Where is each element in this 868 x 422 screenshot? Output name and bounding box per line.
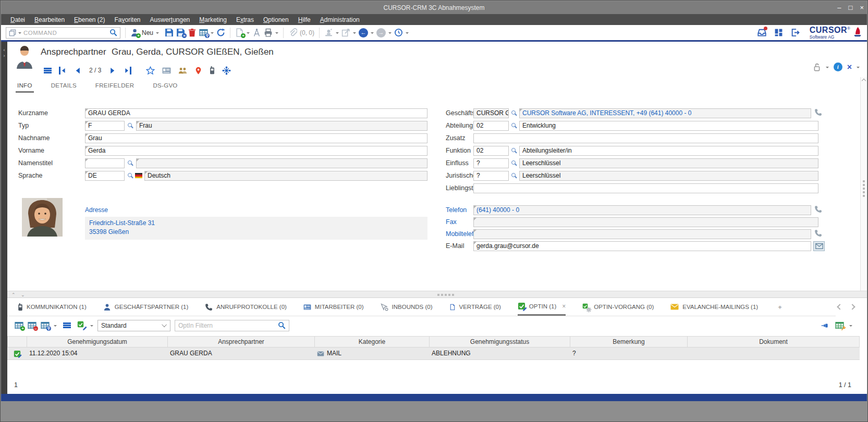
favorite-star-icon[interactable] [146,66,155,75]
filter-search-icon[interactable] [278,321,286,329]
einfluss-lookup-icon[interactable] [511,160,516,165]
tab-anrufprotokolle[interactable]: ANRUFPROTOKOLLE (0) [205,298,287,316]
print-icon[interactable] [264,28,273,37]
header-kategorie[interactable]: Kategorie [315,336,430,347]
email-field[interactable]: gerda.grau@cursor.de [473,241,811,251]
notifications-icon[interactable] [757,28,766,37]
search-rows-caret[interactable] [54,325,57,328]
tab-inbounds[interactable]: INBOUNDS (0) [381,298,433,316]
header-icon-col[interactable] [7,336,27,347]
attachment-icon[interactable] [288,28,297,37]
typ-text-field[interactable]: Frau [136,121,427,131]
sprache-code-field[interactable]: DE [85,171,125,181]
last-record-icon[interactable] [124,67,131,75]
tab-optin[interactable]: OPTIN (1)× [518,298,566,316]
search-rows-icon[interactable]: ⚲ [41,321,50,330]
tab-optin-vorgang[interactable]: OPTIN-VORGANG (0) [582,298,654,316]
header-bemerkung[interactable]: Bemerkung [570,336,688,347]
fax-field[interactable] [473,217,818,227]
sprache-text-field[interactable]: Deutsch [144,171,427,181]
menu-ebenen[interactable]: Ebenen (2) [70,15,109,24]
namenstitel-text-field[interactable] [136,158,427,168]
geschaeftspartner-link-field[interactable]: CURSOR Software AG, INTERESSENT, +49 (64… [519,108,811,118]
list-menu-icon[interactable] [63,322,71,328]
funktion-code-field[interactable]: 02 [473,146,509,156]
stamp-icon[interactable] [324,28,333,37]
funktion-lookup-icon[interactable] [511,148,516,152]
table-search-caret[interactable] [211,32,214,35]
einfluss-text-field[interactable]: Leerschlüssel [519,158,818,168]
nav-forward-icon[interactable]: → [376,28,386,38]
add-row-icon[interactable]: + [15,321,23,330]
tab-geschaeftspartner[interactable]: GESCHÄFTSPARTNER (1) [103,298,188,316]
kurzname-field[interactable]: GRAU GERDA [85,108,427,118]
tab-vertraege[interactable]: VERTRÄGE (0) [449,298,501,316]
history-icon[interactable] [394,28,403,37]
export-icon[interactable] [341,28,350,37]
close-button[interactable]: × [860,4,864,11]
optin-action-icon[interactable] [77,321,86,330]
view-select[interactable]: Standard [97,320,170,331]
sprache-lookup-icon[interactable] [128,173,132,177]
menu-auswertungen[interactable]: Auswertungen [146,15,194,24]
copy-record-caret[interactable] [247,32,250,35]
tabs-scroll-left-icon[interactable] [837,304,842,309]
adresse-box[interactable]: Friedrich-List-Straße 31 35398 Gießen [85,217,427,240]
vorname-field[interactable]: Gerda [85,146,427,156]
tab-dsgvo[interactable]: DS-GVO [151,82,179,93]
namenstitel-code-field[interactable] [85,158,125,168]
mobile-device-icon[interactable] [210,66,215,75]
juristische-vollmacht-code-field[interactable]: ? [473,171,509,181]
close-record-caret[interactable] [857,67,860,70]
command-scope-caret[interactable] [18,32,21,35]
next-record-icon[interactable] [108,67,116,75]
info-icon[interactable]: i [834,63,842,71]
new-record-label[interactable]: Neu [142,29,153,36]
mobiltelefon-field[interactable] [473,229,811,239]
nav-forward-caret[interactable] [388,32,392,35]
left-collapse-strip[interactable]: ‹› [1,42,7,394]
juristische-vollmacht-text-field[interactable]: Leerschlüssel [519,171,818,181]
abteilung-text-field[interactable]: Entwicklung [519,121,818,131]
relations-network-icon[interactable] [222,66,231,75]
history-caret[interactable] [406,32,409,35]
copy-record-icon[interactable]: + [235,28,244,37]
tab-freifelder[interactable]: FREIFELDER [94,82,136,93]
telefon-label[interactable]: Telefon [446,206,467,214]
table-settings-icon[interactable] [835,321,844,330]
save-close-icon[interactable]: × [176,28,185,37]
nachname-field[interactable]: Grau [85,133,427,143]
add-tab-button[interactable]: + [775,303,785,311]
table-search-icon[interactable]: ⚲ [199,28,208,37]
splitter-collapse-down-icon[interactable]: ⌄ [21,293,25,297]
remove-row-icon[interactable]: – [28,321,36,330]
contact-card-icon[interactable] [162,67,171,74]
lieblingsthema-field[interactable] [473,183,818,193]
menu-datei[interactable]: Datei [6,15,29,24]
panel-drag-handle[interactable] [863,180,865,197]
fax-label[interactable]: Fax [446,218,457,226]
filter-box[interactable] [175,320,289,331]
typ-code-field[interactable]: F [85,121,125,131]
header-dokument[interactable]: Dokument [688,336,860,347]
pin-panel-icon[interactable] [820,322,830,329]
command-box[interactable] [6,27,120,39]
minimize-button[interactable]: – [837,4,841,11]
lock-caret[interactable] [826,67,829,70]
table-settings-caret[interactable] [849,325,852,328]
form-scrollbar[interactable] [860,77,867,291]
nav-back-icon[interactable]: ← [359,28,368,38]
print-caret[interactable] [275,32,278,35]
tab-mitarbeiter[interactable]: MITARBEITER (0) [303,298,364,316]
menu-favoriten[interactable]: Favoriten [110,15,144,24]
refresh-icon[interactable] [216,28,225,37]
people-group-icon[interactable] [178,66,187,75]
new-record-icon[interactable]: + [130,28,139,37]
header-genehmigungsstatus[interactable]: Genehmigungsstatus [430,336,570,347]
scroll-up-icon[interactable] [862,79,866,83]
command-input[interactable] [23,30,107,36]
einfluss-code-field[interactable]: ? [473,158,509,168]
header-genehmigungsdatum[interactable]: Genehmigungsdatum [27,336,168,347]
tab-details[interactable]: DETAILS [50,82,78,93]
table-row[interactable]: 11.12.2020 15:04 GRAU GERDA MAIL ABLEHNU… [7,347,860,360]
